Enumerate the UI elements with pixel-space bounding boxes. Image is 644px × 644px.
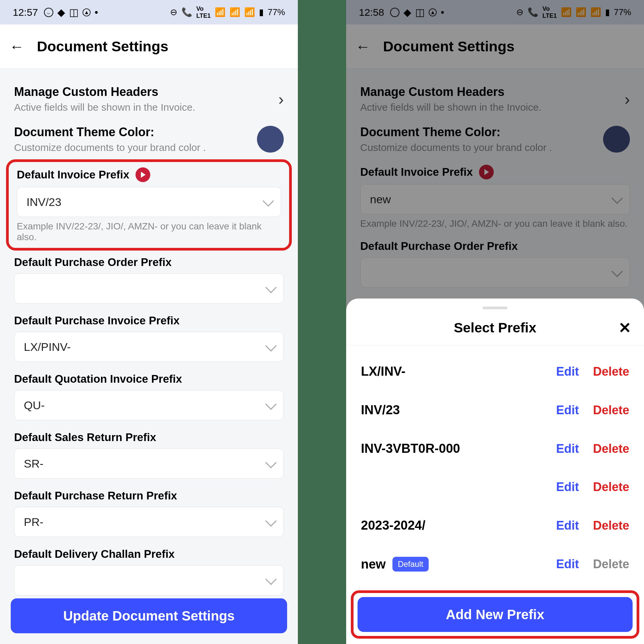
prefix-select[interactable]: QU- — [14, 390, 284, 420]
prefix-value: SR- — [24, 457, 44, 470]
chevron-right-icon: › — [278, 90, 284, 108]
sheet-title: Select Prefix — [454, 320, 536, 336]
phone-right: 12:58 ◆ ◫ ▲ • ⊖ 📞 VoLTE1 📶 📶 📶 ▮ 77% ← D… — [346, 0, 644, 644]
prefix-option-name: newDefault — [361, 557, 556, 572]
dot-icon: ◆ — [57, 6, 65, 18]
prefix-select[interactable] — [14, 565, 284, 595]
update-button-wrap: Update Document Settings — [11, 598, 287, 633]
content: Manage Custom Headers Active fields will… — [0, 69, 298, 644]
prefix-value: PR- — [24, 516, 44, 529]
prefix-option-row[interactable]: INV/23EditDelete — [346, 391, 644, 429]
sheet-list: LX/INV-EditDeleteINV/23EditDeleteINV-3VB… — [346, 345, 644, 590]
header: ← Document Settings — [0, 24, 298, 69]
triangle-icon: ▲ — [83, 8, 91, 16]
dot2-icon: • — [95, 7, 98, 18]
lte-icon: VoLTE1 — [196, 5, 211, 19]
phone-left: 12:57 ◆ ◫ ▲ • ⊖ 📞 VoLTE1 📶 📶 📶 ▮ 77% ← D… — [0, 0, 298, 644]
prefix-value: INV/23 — [26, 196, 61, 209]
prefix-select[interactable]: LX/PINV- — [14, 332, 284, 362]
prefix-block: Default Delivery Challan Prefix — [0, 542, 298, 601]
edit-button[interactable]: Edit — [556, 480, 579, 494]
prefix-label: Default Sales Return Prefix — [14, 431, 156, 444]
prefix-option-row[interactable]: EditDelete — [346, 468, 644, 506]
prefix-block: Default Quotation Invoice PrefixQU- — [0, 367, 298, 426]
wifi-icon: 📶 — [215, 7, 225, 17]
prefix-label: Default Purchase Order Prefix — [14, 256, 172, 269]
prefix-select[interactable]: PR- — [14, 507, 284, 537]
delete-button[interactable]: Delete — [593, 442, 629, 456]
delete-button: Delete — [593, 557, 629, 571]
delete-button[interactable]: Delete — [593, 403, 629, 417]
prefix-label: Default Delivery Challan Prefix — [14, 548, 175, 560]
prefix-block: Default Purchase Invoice PrefixLX/PINV- — [0, 309, 298, 367]
back-icon[interactable]: ← — [9, 38, 24, 55]
prefix-select[interactable] — [14, 273, 284, 304]
manage-headers-sub: Active fields will be shown in the Invoi… — [14, 102, 278, 113]
dnd-icon: ⊖ — [170, 7, 177, 17]
prefix-example-text: Example INV/22-23/, JIO/, AMZN- or you c… — [17, 221, 281, 243]
svg-point-0 — [44, 8, 53, 17]
select-prefix-sheet: Select Prefix ✕ LX/INV-EditDeleteINV/23E… — [346, 299, 644, 644]
chevron-down-icon — [263, 195, 274, 207]
chevron-down-icon — [265, 282, 277, 293]
prefix-option-row[interactable]: newDefaultEditDelete — [346, 545, 644, 584]
delete-button[interactable]: Delete — [593, 519, 629, 533]
prefix-label: Default Purchase Return Prefix — [14, 489, 177, 502]
signal2-icon: 📶 — [244, 7, 255, 17]
page-title: Document Settings — [37, 38, 168, 55]
close-icon[interactable]: ✕ — [619, 319, 631, 337]
prefix-label: Default Purchase Invoice Prefix — [14, 314, 179, 327]
prefix-option-name: 2023-2024/ — [361, 518, 556, 533]
chevron-down-icon — [265, 398, 277, 410]
update-button[interactable]: Update Document Settings — [11, 598, 287, 633]
edit-button[interactable]: Edit — [556, 557, 579, 571]
status-notification-icons: ◆ ◫ ▲ • — [44, 6, 98, 18]
theme-color-swatch[interactable] — [257, 126, 284, 153]
play-help-icon[interactable] — [136, 167, 150, 182]
theme-sub: Customize documents to your brand color … — [14, 142, 257, 153]
prefix-label: Default Invoice Prefix — [17, 168, 129, 181]
prefix-block: Default Purchase Return PrefixPR- — [0, 484, 298, 542]
add-prefix-button[interactable]: Add New Prefix — [358, 597, 633, 632]
prefix-block: Default Sales Return PrefixSR- — [0, 426, 298, 484]
prefix-option-name: INV-3VBT0R-000 — [361, 441, 556, 456]
edit-button[interactable]: Edit — [556, 442, 579, 456]
chevron-down-icon — [265, 515, 277, 527]
chevron-down-icon — [265, 340, 277, 352]
default-badge: Default — [392, 557, 429, 572]
chevron-down-icon — [265, 574, 277, 585]
sheet-handle[interactable] — [483, 307, 507, 309]
battery-text: 77% — [268, 7, 285, 17]
prefix-select[interactable]: INV/23 — [17, 187, 281, 217]
status-right-icons: ⊖ 📞 VoLTE1 📶 📶 📶 ▮ 77% — [170, 5, 285, 19]
theme-title: Document Theme Color: — [14, 125, 257, 139]
status-bar: 12:57 ◆ ◫ ▲ • ⊖ 📞 VoLTE1 📶 📶 📶 ▮ 77% — [0, 0, 298, 24]
prefix-block: Default Invoice PrefixINV/23Example INV/… — [6, 159, 292, 251]
edit-button[interactable]: Edit — [556, 365, 579, 379]
prefix-option-name: LX/INV- — [361, 364, 556, 379]
prefix-value: LX/PINV- — [24, 340, 71, 354]
manage-headers-title: Manage Custom Headers — [14, 85, 278, 99]
prefix-block: Default Purchase Order Prefix — [0, 251, 298, 309]
delete-button[interactable]: Delete — [593, 365, 629, 379]
stack-icon: ◫ — [69, 6, 78, 18]
theme-color-row[interactable]: Document Theme Color: Customize document… — [0, 119, 298, 159]
prefix-option-name: INV/23 — [361, 403, 556, 417]
whatsapp-icon — [44, 8, 53, 17]
signal1-icon: 📶 — [229, 7, 240, 17]
sheet-header: Select Prefix ✕ — [346, 316, 644, 345]
call-icon: 📞 — [181, 7, 192, 17]
prefix-select[interactable]: SR- — [14, 448, 284, 479]
battery-icon: ▮ — [259, 7, 264, 17]
edit-button[interactable]: Edit — [556, 403, 579, 417]
delete-button[interactable]: Delete — [593, 480, 629, 494]
manage-headers-row[interactable]: Manage Custom Headers Active fields will… — [0, 79, 298, 119]
status-time: 12:57 — [13, 7, 38, 18]
edit-button[interactable]: Edit — [556, 519, 579, 533]
prefix-value: QU- — [24, 399, 45, 412]
prefix-label: Default Quotation Invoice Prefix — [14, 373, 182, 385]
chevron-down-icon — [265, 457, 277, 468]
prefix-option-row[interactable]: 2023-2024/EditDelete — [346, 506, 644, 545]
prefix-option-row[interactable]: LX/INV-EditDelete — [346, 352, 644, 391]
prefix-option-row[interactable]: INV-3VBT0R-000EditDelete — [346, 429, 644, 468]
